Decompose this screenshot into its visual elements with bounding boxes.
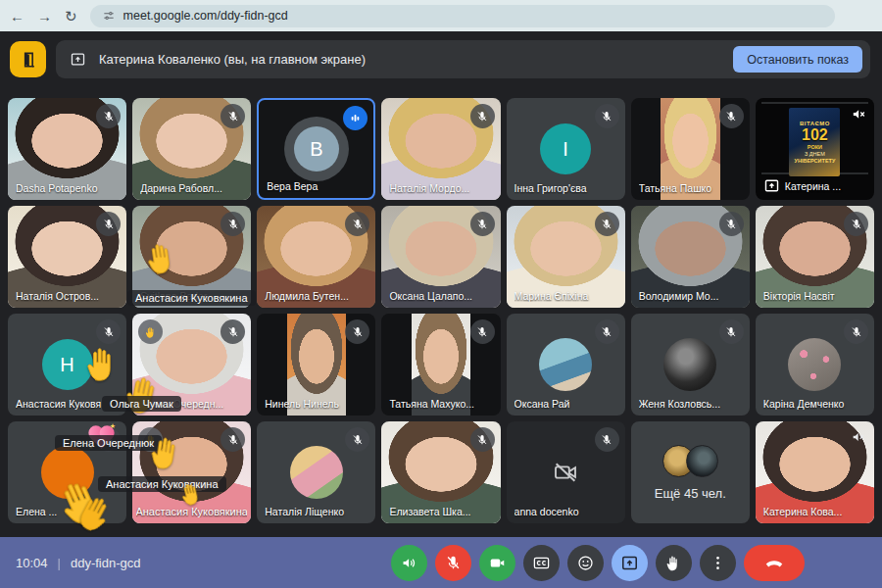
presenting-label: Катерина Коваленко (вы, на главном экран… xyxy=(99,52,720,67)
participant-tile-4[interactable]: I Інна Григор'єва xyxy=(507,98,625,200)
screen-share-tile[interactable]: ВІТАЄМО 102 РОКИ З ДНЕМ УНІВЕРСИТЕТУ Кат… xyxy=(756,98,874,200)
mic-muted-icon xyxy=(470,104,495,128)
participant-name: Анастасия Куковяки... xyxy=(16,398,101,410)
end-call-button[interactable] xyxy=(744,545,805,581)
mic-muted-icon xyxy=(96,319,121,344)
participant-tile-12[interactable]: Володимир Мо... xyxy=(631,206,750,308)
participant-name: Володимир Мо... xyxy=(639,290,724,302)
participant-name: Татьяна Пашко xyxy=(639,182,724,194)
raise-hand-button[interactable] xyxy=(656,545,692,581)
clock-time: 10:04 xyxy=(16,556,48,570)
mic-muted-icon xyxy=(595,427,619,452)
participant-tile-14[interactable]: H Анастасия Куковяки... xyxy=(8,314,126,416)
meet-app: Катерина Коваленко (вы, на главном экран… xyxy=(0,31,882,588)
participant-tile-22[interactable]: Анастасия Куковякина xyxy=(132,421,251,523)
participant-tile-11[interactable]: Марина Єпіхіна xyxy=(507,206,625,308)
participant-tile-16[interactable]: Нинель Нинель xyxy=(257,314,375,416)
participant-tile-5[interactable]: Татьяна Пашко xyxy=(631,98,750,200)
participant-tile-25[interactable]: anna docenko xyxy=(507,421,625,523)
mic-muted-icon xyxy=(96,104,121,128)
meet-door-logo xyxy=(10,41,46,77)
participant-name: Оксана Рай xyxy=(514,398,600,410)
participant-tile-15[interactable]: Елена Очередн... xyxy=(132,314,251,416)
browser-toolbar: ← → ↻ meet.google.com/ddy-fidn-gcd xyxy=(0,0,882,31)
participant-name: Елена Очередн... xyxy=(140,398,225,410)
present-to-screen-icon xyxy=(763,177,780,194)
presenting-banner: Катерина Коваленко (вы, на главном экран… xyxy=(56,40,870,78)
participant-tile-18[interactable]: Оксана Рай xyxy=(507,314,625,416)
more-options-button[interactable] xyxy=(700,545,736,581)
participant-name: Людмила Бутен... xyxy=(265,290,350,302)
mic-muted-icon xyxy=(844,319,868,344)
mic-muted-icon xyxy=(595,319,619,344)
smiley-icon xyxy=(576,554,595,572)
door-icon xyxy=(19,50,38,70)
call-control-bar: 10:04 | ddy-fidn-gcd xyxy=(0,537,882,588)
mic-muted-icon xyxy=(96,212,121,236)
participant-tile-1[interactable]: Дарина Рабовл... xyxy=(132,98,251,200)
participant-name: Вера Вера xyxy=(267,180,348,192)
present-button-active[interactable] xyxy=(612,545,648,581)
participant-name: Наталія Ліщенко xyxy=(265,506,350,517)
participant-name: Наталія Остров... xyxy=(16,290,101,302)
participant-tile-2-active-speaker[interactable]: B Вера Вера xyxy=(257,98,375,200)
participant-tile-7[interactable]: Наталія Остров... xyxy=(8,206,126,308)
speaker-button[interactable] xyxy=(391,545,427,581)
reactions-button[interactable] xyxy=(567,545,604,581)
reload-icon[interactable]: ↻ xyxy=(65,9,77,24)
volume-muted-icon xyxy=(849,104,868,123)
mic-muted-icon xyxy=(719,104,744,128)
participant-tile-0[interactable]: Dasha Potapenko xyxy=(8,98,126,200)
captions-icon xyxy=(532,554,551,572)
mic-muted-icon xyxy=(719,212,744,236)
phone-hangup-icon xyxy=(763,552,785,573)
participant-tile-21[interactable]: Елена ... xyxy=(8,421,126,523)
participant-tile-23[interactable]: Наталія Ліщенко xyxy=(257,421,375,523)
avatar xyxy=(539,338,592,391)
participant-tile-27-self[interactable]: Катерина Кова... xyxy=(756,421,874,523)
divider: | xyxy=(58,556,61,570)
participant-tile-17[interactable]: Татьяна Махуко... xyxy=(381,314,500,416)
participant-tile-3[interactable]: Наталія Мордо... xyxy=(381,98,500,200)
participant-name: Каріна Демченко xyxy=(763,398,849,410)
participant-tile-19[interactable]: Женя Козловсь... xyxy=(631,314,750,416)
reaction-badge-hand-icon xyxy=(138,427,163,452)
mic-muted-icon xyxy=(719,319,744,344)
avatar: B xyxy=(284,117,349,181)
participant-name: Катерина Кова... xyxy=(763,506,849,517)
participant-tile-9[interactable]: Людмила Бутен... xyxy=(257,206,375,308)
raise-hand-icon xyxy=(664,554,683,572)
mic-muted-icon xyxy=(444,554,463,572)
stop-presenting-button[interactable]: Остановить показ xyxy=(733,46,862,73)
participant-name: Інна Григор'єва xyxy=(514,182,600,194)
volume-muted-icon xyxy=(849,427,868,447)
overflow-tile[interactable]: Ещё 45 чел. xyxy=(631,421,750,523)
mic-muted-icon xyxy=(595,212,619,236)
participant-name: Dasha Potapenko xyxy=(16,182,101,194)
shared-screen-poster: ВІТАЄМО 102 РОКИ З ДНЕМ УНІВЕРСИТЕТУ xyxy=(789,108,840,176)
avatar: I xyxy=(540,123,591,174)
participant-tile-24[interactable]: Елизавета Шка... xyxy=(381,421,500,523)
forward-icon[interactable]: → xyxy=(37,9,52,24)
participant-tile-20[interactable]: Каріна Демченко xyxy=(756,314,874,416)
captions-button[interactable] xyxy=(523,545,560,581)
camera-button[interactable] xyxy=(479,545,515,581)
reaction-badge-hand-icon xyxy=(138,319,163,344)
avatar xyxy=(663,338,716,391)
participant-tile-8[interactable]: Svitlana Bader xyxy=(132,206,251,308)
participant-name: Вікторія Насвіт xyxy=(763,290,849,302)
participant-name: Елена ... xyxy=(16,506,101,517)
participant-name: Дарина Рабовл... xyxy=(140,182,225,194)
overflow-avatars xyxy=(662,445,718,477)
controls-group xyxy=(391,545,805,581)
mic-muted-icon xyxy=(470,427,495,452)
participant-tile-13[interactable]: Вікторія Насвіт xyxy=(756,206,874,308)
participant-tile-10[interactable]: Оксана Цалапо... xyxy=(381,206,500,308)
participant-name: Женя Козловсь... xyxy=(639,398,724,410)
meeting-code: ddy-fidn-gcd xyxy=(71,556,141,570)
site-info-icon[interactable] xyxy=(102,9,116,23)
address-bar[interactable]: meet.google.com/ddy-fidn-gcd xyxy=(90,5,835,27)
avatar xyxy=(290,446,343,499)
mic-button[interactable] xyxy=(435,545,471,581)
back-icon[interactable]: ← xyxy=(10,9,24,24)
